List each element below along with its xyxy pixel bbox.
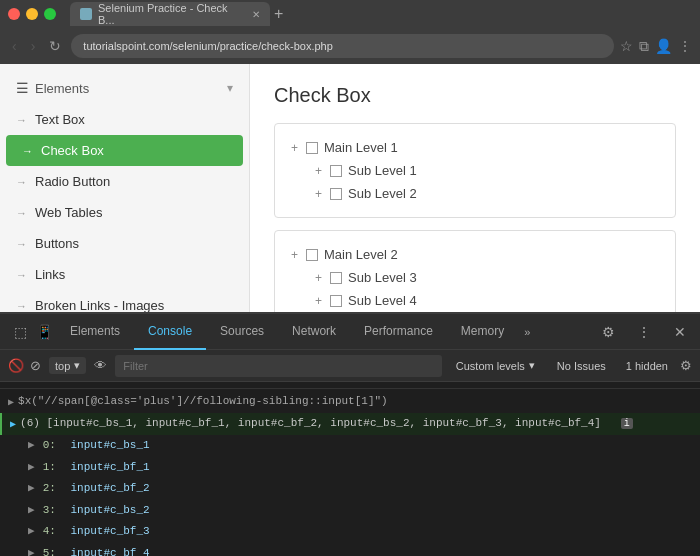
custom-levels-dropdown[interactable]: Custom levels ▾ xyxy=(450,357,541,374)
main-level-1[interactable]: + Main Level 1 xyxy=(291,136,659,159)
tab-elements[interactable]: Elements xyxy=(56,314,134,350)
forward-button[interactable]: › xyxy=(27,36,40,56)
sub-level-2[interactable]: + Sub Level 2 xyxy=(291,182,659,205)
sub-level-4[interactable]: + Sub Level 4 xyxy=(291,289,659,312)
titlebar: Selenium Practice - Check B... ✕ + xyxy=(0,0,700,28)
tab-title: Selenium Practice - Check B... xyxy=(98,2,246,26)
more-tabs-button[interactable]: » xyxy=(518,326,536,338)
sidebar-item-radiobutton[interactable]: → Radio Button xyxy=(0,166,249,197)
console-item-1[interactable]: ▶ 1: input#c_bf_1 xyxy=(0,457,700,479)
tab-console[interactable]: Console xyxy=(134,314,206,350)
tab-memory[interactable]: Memory xyxy=(447,314,518,350)
clear-console-icon[interactable]: 🚫 xyxy=(8,358,24,373)
checkbox-main-2[interactable] xyxy=(306,249,318,261)
settings-icon[interactable]: ⚙ xyxy=(596,320,620,344)
devtools-device-icon[interactable]: 📱 xyxy=(32,320,56,344)
devtools-inspect-icon[interactable]: ⬚ xyxy=(8,320,32,344)
console-settings-icon[interactable]: ⚙ xyxy=(680,358,692,373)
sidebar-item-label: Web Tables xyxy=(35,205,102,220)
sidebar: ☰ Elements ▾ → Text Box → Check Box → Ra… xyxy=(0,64,250,312)
checkbox-label: Sub Level 1 xyxy=(348,163,417,178)
checkbox-sub-3[interactable] xyxy=(330,272,342,284)
close-button[interactable] xyxy=(8,8,20,20)
sidebar-item-buttons[interactable]: → Buttons xyxy=(0,228,249,259)
eye-icon[interactable]: 👁 xyxy=(94,358,107,373)
checkbox-main-1[interactable] xyxy=(306,142,318,154)
item-label-1: input#c_bf_1 xyxy=(70,459,149,477)
checkbox-sub-4[interactable] xyxy=(330,295,342,307)
arrow-icon: → xyxy=(22,145,33,157)
sidebar-item-textbox[interactable]: → Text Box xyxy=(0,104,249,135)
console-item-0[interactable]: ▶ 0: input#c_bs_1 xyxy=(0,435,700,457)
arrow-icon: → xyxy=(16,176,27,188)
checkbox-label: Sub Level 2 xyxy=(348,186,417,201)
sidebar-item-label: Broken Links - Images xyxy=(35,298,164,312)
sidebar-item-checkbox[interactable]: → Check Box xyxy=(6,135,243,166)
input-arrow-icon: ▶ xyxy=(8,395,14,411)
tab-favicon xyxy=(80,8,92,20)
tab-sources[interactable]: Sources xyxy=(206,314,278,350)
triangle-icon: ▶ xyxy=(28,480,35,498)
triangle-icon: ▶ xyxy=(28,437,35,455)
triangle-icon: ▶ xyxy=(28,523,35,541)
filter-input[interactable] xyxy=(115,355,441,377)
arrow-icon: → xyxy=(16,238,27,250)
checkbox-sub-2[interactable] xyxy=(330,188,342,200)
tab-close-icon[interactable]: ✕ xyxy=(252,9,260,20)
bookmark-icon[interactable]: ☆ xyxy=(620,38,633,55)
hidden-count: 1 hidden xyxy=(622,358,672,374)
console-xpath-input: ▶ $x("//span[@class='plus']//following-s… xyxy=(0,388,700,413)
sidebar-item-links[interactable]: → Links xyxy=(0,259,249,290)
extension-icon[interactable]: ⧉ xyxy=(639,38,649,55)
checkbox-label: Sub Level 3 xyxy=(348,270,417,285)
main-content: Check Box + Main Level 1 + Sub Level 1 +… xyxy=(250,64,700,312)
console-item-4[interactable]: ▶ 4: input#c_bf_3 xyxy=(0,521,700,543)
tab-network[interactable]: Network xyxy=(278,314,350,350)
console-result-line[interactable]: ▶ (6) [input#c_bs_1, input#c_bf_1, input… xyxy=(0,413,700,435)
index-badge: i xyxy=(621,418,633,429)
url-input[interactable] xyxy=(71,34,614,58)
result-label: (6) [input#c_bs_1, input#c_bf_1, input#c… xyxy=(20,417,601,429)
reload-button[interactable]: ↻ xyxy=(45,36,65,56)
sidebar-title: Elements xyxy=(35,81,89,96)
arrow-icon: → xyxy=(16,269,27,281)
browser-content: ☰ Elements ▾ → Text Box → Check Box → Ra… xyxy=(0,64,700,312)
tab-bar: Selenium Practice - Check B... ✕ + xyxy=(70,2,692,26)
top-dropdown[interactable]: top ▾ xyxy=(49,357,86,374)
traffic-lights xyxy=(8,8,56,20)
console-item-3[interactable]: ▶ 3: input#c_bs_2 xyxy=(0,500,700,522)
more-options-icon[interactable]: ⋮ xyxy=(632,320,656,344)
item-label-4: input#c_bf_3 xyxy=(70,523,149,541)
sub-level-1[interactable]: + Sub Level 1 xyxy=(291,159,659,182)
close-devtools-icon[interactable]: ✕ xyxy=(668,320,692,344)
browser-tab[interactable]: Selenium Practice - Check B... ✕ xyxy=(70,2,270,26)
console-item-5[interactable]: ▶ 5: input#c_bf_4 xyxy=(0,543,700,556)
checkbox-label: Main Level 1 xyxy=(324,140,398,155)
sidebar-item-brokenlinks[interactable]: → Broken Links - Images xyxy=(0,290,249,312)
filter-icon[interactable]: ⊘ xyxy=(30,358,41,373)
profile-icon[interactable]: 👤 xyxy=(655,38,672,55)
plus-icon: + xyxy=(315,164,322,178)
checkbox-sub-1[interactable] xyxy=(330,165,342,177)
main-level-2[interactable]: + Main Level 2 xyxy=(291,243,659,266)
tab-performance[interactable]: Performance xyxy=(350,314,447,350)
chevron-down-icon[interactable]: ▾ xyxy=(227,81,233,95)
sidebar-item-webtables[interactable]: → Web Tables xyxy=(0,197,249,228)
custom-levels-chevron: ▾ xyxy=(529,359,535,372)
item-index-3: 3: xyxy=(43,502,56,520)
triangle-icon: ▶ xyxy=(28,545,35,556)
add-tab-button[interactable]: + xyxy=(274,6,283,22)
result-expand-icon[interactable]: ▶ xyxy=(10,417,16,433)
console-item-2[interactable]: ▶ 2: input#c_bf_2 xyxy=(0,478,700,500)
back-button[interactable]: ‹ xyxy=(8,36,21,56)
result-text: (6) [input#c_bs_1, input#c_bf_1, input#c… xyxy=(20,415,633,433)
menu-icon[interactable]: ⋮ xyxy=(678,38,692,55)
hamburger-icon[interactable]: ☰ xyxy=(16,80,29,96)
maximize-button[interactable] xyxy=(44,8,56,20)
sub-level-3[interactable]: + Sub Level 3 xyxy=(291,266,659,289)
xpath-query: $x("//span[@class='plus']//following-sib… xyxy=(18,393,388,411)
minimize-button[interactable] xyxy=(26,8,38,20)
plus-icon: + xyxy=(315,294,322,308)
urlbar: ‹ › ↻ ☆ ⧉ 👤 ⋮ xyxy=(0,28,700,64)
triangle-icon: ▶ xyxy=(28,459,35,477)
